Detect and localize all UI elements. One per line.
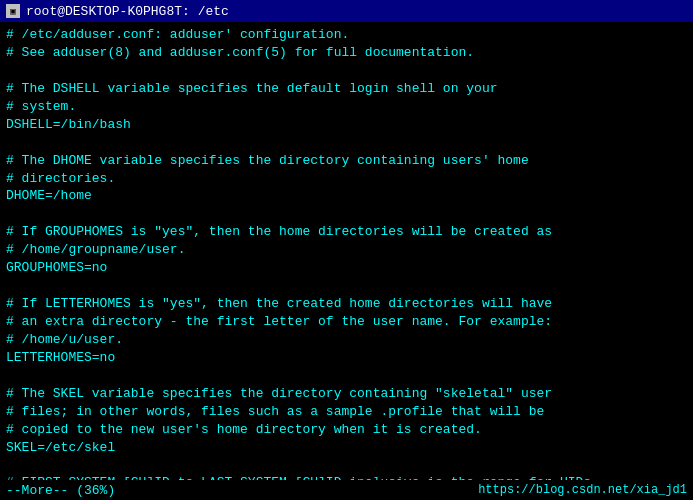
status-more: --More-- (36%) <box>6 483 115 498</box>
terminal-line <box>6 205 687 223</box>
terminal-line: GROUPHOMES=no <box>6 259 687 277</box>
terminal-line: DHOME=/home <box>6 187 687 205</box>
terminal-window: ▣ root@DESKTOP-K0PHG8T: /etc # /etc/addu… <box>0 0 693 500</box>
terminal-line: DSHELL=/bin/bash <box>6 116 687 134</box>
terminal-line: # an extra directory - the first letter … <box>6 313 687 331</box>
terminal-line: # The DSHELL variable specifies the defa… <box>6 80 687 98</box>
terminal-line: # The SKEL variable specifies the direct… <box>6 385 687 403</box>
terminal-line: # copied to the new user's home director… <box>6 421 687 439</box>
terminal-line: # /home/u/user. <box>6 331 687 349</box>
title-bar: ▣ root@DESKTOP-K0PHG8T: /etc <box>0 0 693 22</box>
terminal-line: # If LETTERHOMES is "yes", then the crea… <box>6 295 687 313</box>
terminal-line: # files; in other words, files such as a… <box>6 403 687 421</box>
terminal-line: SKEL=/etc/skel <box>6 439 687 457</box>
terminal-line: # directories. <box>6 170 687 188</box>
terminal-line: # If GROUPHOMES is "yes", then the home … <box>6 223 687 241</box>
title-bar-text: root@DESKTOP-K0PHG8T: /etc <box>26 4 229 19</box>
terminal-line: # The DHOME variable specifies the direc… <box>6 152 687 170</box>
status-bar: --More-- (36%) https://blog.csdn.net/xia… <box>0 480 693 500</box>
terminal-line: # /home/groupname/user. <box>6 241 687 259</box>
terminal-line: # system. <box>6 98 687 116</box>
terminal-body[interactable]: # /etc/adduser.conf: adduser' configurat… <box>0 22 693 480</box>
terminal-line <box>6 134 687 152</box>
terminal-line <box>6 457 687 475</box>
terminal-line <box>6 277 687 295</box>
terminal-line: LETTERHOMES=no <box>6 349 687 367</box>
terminal-icon: ▣ <box>6 4 20 18</box>
terminal-line <box>6 367 687 385</box>
terminal-line: # See adduser(8) and adduser.conf(5) for… <box>6 44 687 62</box>
status-url: https://blog.csdn.net/xia_jd1 <box>478 483 687 497</box>
terminal-line <box>6 62 687 80</box>
terminal-line: # /etc/adduser.conf: adduser' configurat… <box>6 26 687 44</box>
